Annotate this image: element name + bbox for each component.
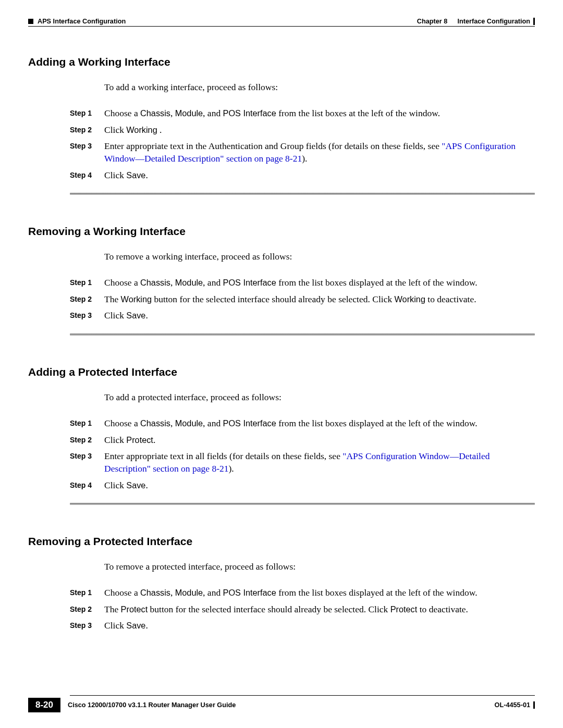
header-square-icon [28,19,33,24]
step-label: Step 1 [70,587,104,598]
page-number: 8-20 [28,698,60,712]
section-divider [70,193,535,195]
steps-block: Step 1 Choose a Chassis, Module, and POS… [70,107,532,181]
step-text: Click Save. [104,169,532,182]
step-text: Choose a Chassis, Module, and POS Interf… [104,587,532,599]
section-title-remove-protected: Removing a Protected Interface [28,535,535,548]
step-label: Step 1 [70,277,104,288]
footer-bar-icon [533,701,535,709]
steps-block: Step 1 Choose a Chassis, Module, and POS… [70,277,532,322]
step-label: Step 3 [70,620,104,631]
step-text: Choose a Chassis, Module, and POS Interf… [104,107,532,120]
step-text: Click Save. [104,479,532,492]
footer-doc-id: OL-4455-01 [495,701,530,709]
page-footer: 8-20 Cisco 12000/10700 v3.1.1 Router Man… [28,695,535,712]
step-label: Step 1 [70,417,104,428]
step-label: Step 3 [70,140,104,151]
step-label: Step 4 [70,479,104,490]
step-text: Click Protect. [104,434,532,447]
step-text: The Working button for the selected inte… [104,293,532,306]
step-label: Step 2 [70,293,104,304]
header-bar-icon [533,18,535,25]
step-text: Click Save. [104,310,532,322]
step-text: The Protect button for the selected inte… [104,603,532,616]
intro-text: To add a protected interface, proceed as… [104,392,535,403]
header-title: Interface Configuration [457,18,530,25]
intro-text: To remove a working interface, proceed a… [104,251,535,262]
steps-block: Step 1 Choose a Chassis, Module, and POS… [70,587,532,632]
step-label: Step 3 [70,310,104,320]
step-text: Enter appropriate text in all fields (fo… [104,450,532,475]
section-title-remove-working: Removing a Working Interface [28,225,535,238]
step-label: Step 2 [70,603,104,614]
steps-block: Step 1 Choose a Chassis, Module, and POS… [70,417,532,491]
intro-text: To add a working interface, proceed as f… [104,82,535,93]
step-label: Step 3 [70,450,104,461]
step-text: Choose a Chassis, Module, and POS Interf… [104,277,532,289]
section-divider [70,334,535,336]
section-divider [70,503,535,505]
step-text: Click Working . [104,124,532,137]
footer-guide-title: Cisco 12000/10700 v3.1.1 Router Manager … [68,701,236,709]
header-left-text: APS Interface Configuration [38,18,126,25]
section-title-add-protected: Adding a Protected Interface [28,366,535,378]
step-label: Step 4 [70,169,104,180]
step-label: Step 1 [70,107,104,118]
step-text: Click Save. [104,620,532,632]
section-title-add-working: Adding a Working Interface [28,56,535,68]
step-label: Step 2 [70,124,104,135]
step-text: Enter appropriate text in the Authentica… [104,140,532,165]
intro-text: To remove a protected interface, proceed… [104,561,535,572]
step-label: Step 2 [70,434,104,445]
page-header: APS Interface Configuration Chapter 8 In… [28,18,535,27]
step-text: Choose a Chassis, Module, and POS Interf… [104,417,532,430]
header-chapter: Chapter 8 [417,18,448,25]
